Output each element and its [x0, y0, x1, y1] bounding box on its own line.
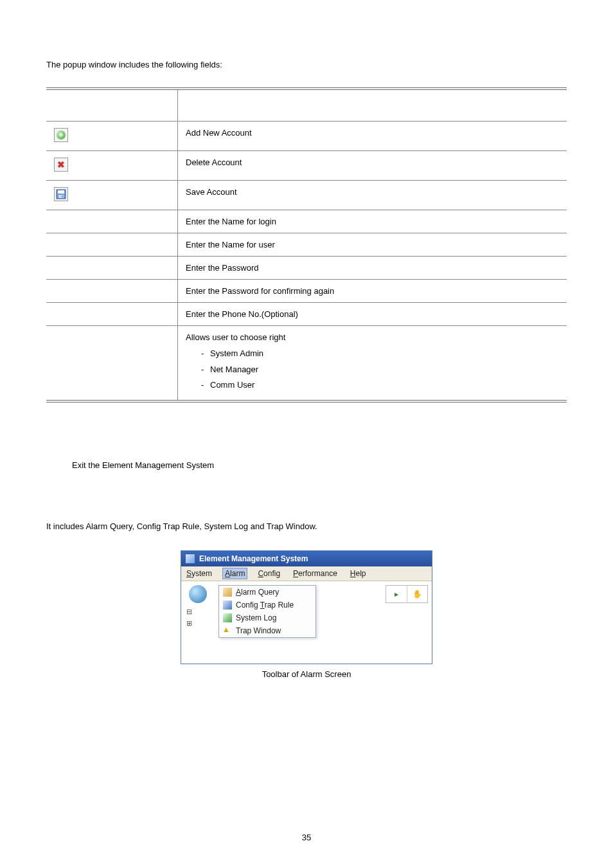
row-confirm-password: Enter the Password for confirming again [46, 280, 567, 303]
row-login-name: Enter the Name for login [46, 210, 567, 233]
alarm-query-icon [223, 588, 232, 597]
figure-caption: Toolbar of Alarm Screen [46, 669, 567, 679]
trap-window-icon [223, 626, 232, 635]
menu-performance[interactable]: Performance [290, 568, 340, 579]
add-desc: Add New Account [178, 122, 567, 151]
delete-desc: Delete Account [178, 151, 567, 181]
dropdown-alarm-query[interactable]: Alarm Query [219, 586, 315, 599]
table-header-row [46, 89, 567, 122]
dropdown-trap-window[interactable]: Trap Window [219, 624, 315, 637]
login-name-desc: Enter the Name for login [178, 210, 567, 233]
ems-mini-toolbar: ▸ ✋ [386, 585, 428, 603]
mini-tool-2[interactable]: ✋ [407, 586, 428, 602]
header-left [46, 89, 178, 122]
delete-icon [54, 158, 68, 172]
dropdown-config-trap-rule[interactable]: Config Trap Rule [219, 599, 315, 611]
right-net-manager: Net Manager [201, 362, 559, 378]
svg-rect-1 [58, 190, 64, 194]
window-icon [185, 554, 195, 564]
alarm-intro: It includes Alarm Query, Config Trap Rul… [46, 521, 567, 531]
row-add: Add New Account [46, 122, 567, 151]
ems-title-text: Element Management System [199, 554, 308, 563]
row-delete: Delete Account [46, 151, 567, 181]
intro-text: The popup window includes the following … [46, 60, 567, 69]
rights-intro: Allows user to choose right [186, 332, 285, 342]
user-name-desc: Enter the Name for user [178, 233, 567, 257]
row-user-name: Enter the Name for user [46, 233, 567, 257]
tree-node-1[interactable] [186, 606, 215, 617]
menu-config[interactable]: Config [255, 568, 283, 579]
password-desc: Enter the Password [178, 257, 567, 280]
save-icon [54, 187, 68, 201]
right-system-admin: System Admin [201, 346, 559, 362]
phone-desc: Enter the Phone No.(Optional) [178, 303, 567, 326]
alarm-dropdown: Alarm Query Config Trap Rule System Log … [218, 585, 316, 638]
globe-icon [189, 585, 207, 603]
tree-view [185, 606, 215, 629]
row-phone: Enter the Phone No.(Optional) [46, 303, 567, 326]
rights-list: System Admin Net Manager Comm User [186, 346, 559, 393]
ems-menubar: System Alarm Config Performance Help [181, 566, 432, 581]
save-desc: Save Account [178, 181, 567, 210]
confirm-password-desc: Enter the Password for confirming again [178, 280, 567, 303]
add-icon [54, 128, 68, 142]
menu-system[interactable]: System [184, 568, 215, 579]
config-trap-icon [223, 601, 232, 610]
menu-help[interactable]: Help [348, 568, 369, 579]
exit-line: Exit the Element Management System [72, 460, 567, 470]
page-number: 35 [0, 833, 613, 842]
row-rights: Allows user to choose right System Admin… [46, 326, 567, 402]
fields-table: Add New Account Delete Account Save Acc [46, 87, 567, 402]
dropdown-system-log[interactable]: System Log [219, 611, 315, 624]
ems-titlebar: Element Management System [181, 551, 432, 566]
row-save: Save Account [46, 181, 567, 210]
tree-node-2[interactable] [186, 617, 215, 629]
ems-window: Element Management System System Alarm C… [181, 550, 432, 664]
system-log-icon [223, 613, 232, 622]
right-comm-user: Comm User [201, 377, 559, 393]
header-right [178, 89, 567, 122]
menu-alarm[interactable]: Alarm [222, 568, 247, 579]
svg-rect-3 [62, 195, 63, 197]
mini-tool-1[interactable]: ▸ [386, 586, 407, 602]
row-password: Enter the Password [46, 257, 567, 280]
